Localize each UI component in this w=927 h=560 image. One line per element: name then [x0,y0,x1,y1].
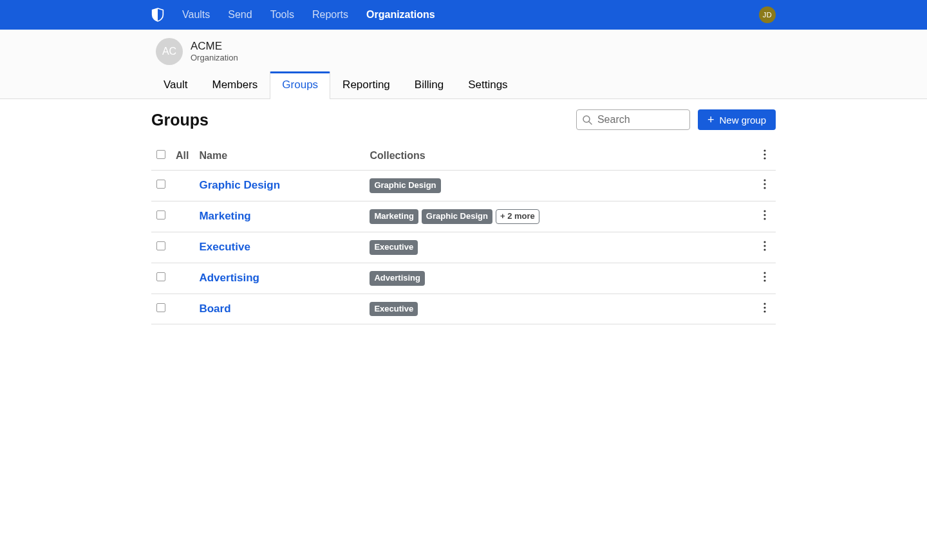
more-collections-badge[interactable]: + 2 more [496,209,539,224]
nav-vaults[interactable]: Vaults [182,9,210,21]
tab-reporting[interactable]: Reporting [330,71,402,99]
svg-point-15 [763,276,765,278]
header-more-button[interactable] [759,149,771,160]
svg-point-4 [763,157,765,159]
svg-point-3 [763,153,765,155]
org-name: ACME [191,41,238,53]
svg-point-2 [763,149,765,151]
table-row: ExecutiveExecutive [151,232,776,263]
nav-reports[interactable]: Reports [312,9,348,21]
subheader: AC ACME Organization Vault Members Group… [0,30,927,99]
group-name-link[interactable]: Marketing [199,210,250,222]
svg-point-7 [763,187,765,189]
new-group-button[interactable]: + New group [698,109,776,130]
row-checkbox[interactable] [156,180,165,189]
user-avatar[interactable]: JD [759,6,776,23]
table-row: MarketingMarketingGraphic Design+ 2 more [151,201,776,232]
tab-billing[interactable]: Billing [402,71,456,99]
brand-shield-icon[interactable] [151,7,164,23]
select-all-checkbox[interactable] [156,150,165,159]
tab-members[interactable]: Members [200,71,270,99]
svg-point-8 [763,210,765,212]
svg-point-13 [763,249,765,251]
nav-send[interactable]: Send [228,9,252,21]
org-tabs: Vault Members Groups Reporting Billing S… [151,71,776,98]
row-more-button[interactable] [759,179,771,189]
org-header: AC ACME Organization [151,30,776,71]
row-more-button[interactable] [759,241,771,251]
new-group-label: New group [719,115,766,126]
nav-tools[interactable]: Tools [270,9,294,21]
table-row: BoardExecutive [151,294,776,324]
collection-badge: Marketing [370,209,418,224]
org-type: Organization [191,53,238,63]
svg-point-14 [763,272,765,274]
group-name-link[interactable]: Advertising [199,272,259,284]
collection-badge: Graphic Design [370,178,440,193]
collection-badge: Graphic Design [422,209,492,224]
tab-settings[interactable]: Settings [456,71,520,99]
row-checkbox[interactable] [156,272,165,281]
org-avatar: AC [156,38,183,65]
header-all: All [171,142,194,171]
header-name: Name [194,142,364,171]
row-checkbox[interactable] [156,241,165,250]
tab-groups[interactable]: Groups [270,71,330,99]
row-checkbox[interactable] [156,303,165,312]
plus-icon: + [707,114,715,126]
svg-point-19 [763,310,765,312]
header-collections: Collections [364,142,754,171]
page-title: Groups [151,111,209,129]
row-more-button[interactable] [759,303,771,313]
group-name-link[interactable]: Graphic Design [199,179,280,191]
collection-badge: Advertising [370,271,425,286]
tab-vault[interactable]: Vault [151,71,200,99]
collection-badge: Executive [370,302,418,317]
row-checkbox[interactable] [156,210,165,219]
row-more-button[interactable] [759,210,771,220]
table-row: Graphic DesignGraphic Design [151,171,776,201]
svg-point-16 [763,280,765,282]
collection-badge: Executive [370,240,418,255]
nav-organizations[interactable]: Organizations [366,9,435,21]
groups-table: All Name Collections Graphic DesignGraph… [151,142,776,324]
group-name-link[interactable]: Executive [199,241,250,253]
svg-point-10 [763,218,765,220]
svg-point-5 [763,180,765,182]
svg-point-9 [763,214,765,216]
top-navbar: Vaults Send Tools Reports Organizations … [0,0,927,30]
row-more-button[interactable] [759,272,771,282]
group-name-link[interactable]: Board [199,303,230,315]
svg-point-6 [763,183,765,185]
svg-point-17 [763,303,765,304]
table-row: AdvertisingAdvertising [151,263,776,294]
search-input[interactable] [576,109,690,130]
svg-point-12 [763,245,765,247]
svg-point-18 [763,306,765,308]
svg-point-11 [763,241,765,243]
